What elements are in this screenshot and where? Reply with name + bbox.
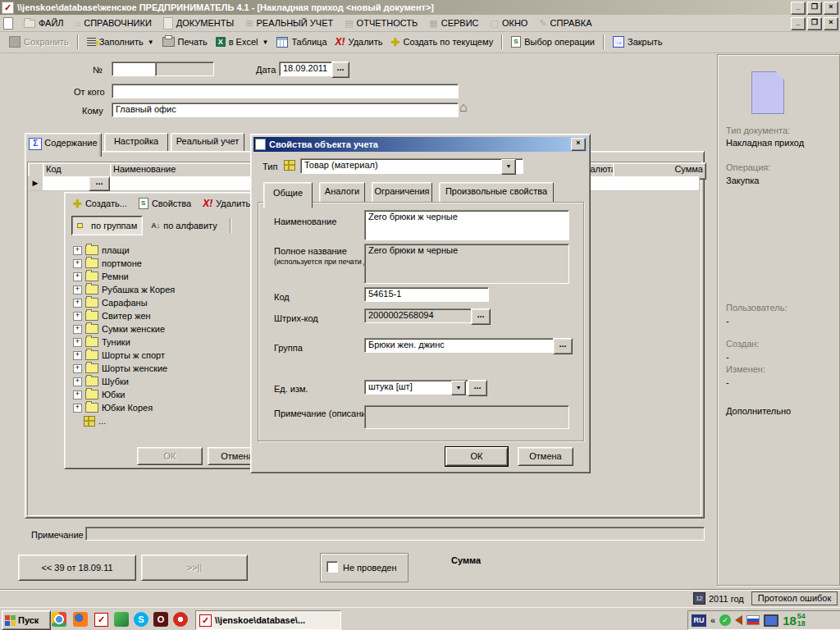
active-task-button[interactable]: ✓ \\jenskoe\database\... (195, 610, 341, 630)
app-checkbox-quicklaunch-icon[interactable]: ✓ (94, 613, 108, 627)
tree-item[interactable]: +Свитер жен (73, 309, 253, 322)
tray-collapse-arrow[interactable]: « (710, 615, 715, 625)
not-posted-checkbox[interactable] (326, 561, 338, 573)
tree-item[interactable]: +Юбки (73, 388, 253, 401)
group-input[interactable]: Брюки жен. джинс (364, 338, 555, 353)
next-doc-button[interactable]: >>|| (141, 555, 248, 581)
restore-button[interactable]: ❐ (807, 2, 822, 15)
tree-item[interactable]: +Ремни (73, 270, 253, 283)
language-indicator[interactable]: RU (692, 614, 706, 627)
number-input[interactable] (112, 62, 161, 76)
tree-item[interactable]: +Юбки Корея (73, 401, 253, 414)
operation-select-button[interactable]: Выбор операции (507, 34, 599, 50)
delete-button[interactable]: X!Удалить (331, 34, 387, 50)
expand-icon[interactable]: + (73, 338, 82, 347)
dialog-tab-analogs[interactable]: Аналоги (319, 182, 365, 203)
menu-documents[interactable]: ДОКУМЕНТЫ (158, 15, 240, 31)
network-display-icon[interactable] (764, 614, 778, 627)
tree-item[interactable]: +Шорты ж спорт (73, 349, 253, 362)
group-lookup-button[interactable]: ... (553, 338, 573, 354)
dialog-cancel-button[interactable]: Отмена (518, 447, 573, 466)
expand-icon[interactable]: + (73, 259, 82, 268)
table-button[interactable]: Таблица (272, 34, 331, 50)
volume-icon[interactable] (735, 615, 742, 625)
tree-item[interactable]: +портмоне (73, 257, 253, 270)
child-restore-button[interactable]: ❐ (807, 17, 822, 30)
menu-file[interactable]: ФАЙЛ (18, 15, 70, 31)
child-minimize-button[interactable]: _ (791, 17, 806, 30)
barcode-lookup-button[interactable]: ... (471, 308, 491, 325)
panel-ok-button[interactable]: ОК (137, 447, 203, 465)
number-suffix-input[interactable] (155, 62, 214, 76)
fill-dropdown-arrow[interactable]: ▼ (148, 39, 154, 46)
tree-item[interactable]: +Шубки (73, 375, 253, 388)
menu-references[interactable]: ⌂СПРАВОЧНИКИ (70, 15, 158, 31)
date-picker-button[interactable]: ... (331, 62, 349, 78)
expand-icon[interactable]: + (73, 404, 82, 413)
tab-settings[interactable]: Настройка (104, 133, 168, 153)
language-flag-icon[interactable] (746, 615, 760, 625)
by-groups-button[interactable]: по группам (71, 216, 143, 235)
grid-cell-code[interactable]: ... (43, 176, 111, 191)
expand-icon[interactable]: + (73, 246, 82, 255)
additional-link[interactable]: Дополнительно (726, 406, 791, 416)
close-doc-button[interactable]: →Закрыть (609, 34, 666, 50)
menu-window[interactable]: ▢ОКНО (485, 15, 534, 31)
close-button[interactable]: × (824, 2, 838, 15)
expand-icon[interactable]: + (73, 351, 82, 360)
home-button-icon[interactable]: ⌂ (459, 100, 468, 115)
note-input[interactable] (85, 527, 705, 541)
unit-lookup-button[interactable]: ... (468, 380, 487, 396)
unit-combo-arrow[interactable]: ▼ (451, 381, 466, 395)
firefox-icon[interactable] (73, 612, 88, 627)
browser-app-icon[interactable] (173, 612, 188, 627)
date-input[interactable]: 18.09.2011 (279, 62, 333, 76)
dialog-tab-general[interactable]: Общие (263, 182, 313, 208)
error-log-button[interactable]: Протокол ошибок (751, 591, 838, 605)
chrome-icon[interactable] (52, 612, 66, 627)
grid-cell-sum[interactable] (613, 176, 700, 191)
row-selector[interactable]: ▶ (28, 176, 43, 191)
code-lookup-button[interactable]: ... (89, 176, 110, 191)
tree-item[interactable]: +Туники (73, 336, 253, 349)
by-alpha-button[interactable]: А↓ по алфавиту (148, 221, 220, 231)
tree-item[interactable]: +Шорты женские (73, 362, 253, 375)
child-window-icon[interactable] (3, 17, 13, 30)
tab-content[interactable]: ΣСодержание (25, 133, 102, 157)
expand-icon[interactable]: + (73, 377, 82, 386)
fill-button[interactable]: Заполнить▼ (83, 34, 158, 49)
child-close-button[interactable]: × (824, 17, 838, 30)
expand-icon[interactable]: + (73, 272, 82, 281)
tree-item[interactable]: +Сарафаны (73, 296, 253, 309)
tree-item[interactable]: +Сумки женские (73, 322, 253, 336)
excel-dropdown-arrow[interactable]: ▼ (262, 39, 268, 46)
menu-real-account[interactable]: ⊞РЕАЛЬНЫЙ УЧЕТ (240, 15, 339, 31)
tree-props-button[interactable]: Свойства (139, 198, 191, 209)
tree-item[interactable]: +Рубашка ж Корея (73, 283, 253, 296)
tree-item[interactable]: +плащи (73, 244, 253, 257)
skype-icon[interactable]: S (134, 612, 148, 627)
type-combo-arrow[interactable]: ▼ (501, 159, 516, 175)
full-name-input[interactable]: Zero брюки м черные (364, 244, 569, 284)
dialog-close-button[interactable]: × (571, 138, 586, 151)
media-app-icon[interactable]: O (153, 612, 168, 627)
tree-item-more[interactable]: ... (73, 414, 253, 427)
expand-icon[interactable]: + (73, 390, 82, 399)
create-by-current-button[interactable]: ✚Создать по текущему (387, 34, 498, 49)
to-input[interactable]: Главный офис (112, 103, 459, 117)
expand-icon[interactable]: + (73, 325, 82, 334)
print-button[interactable]: Печать (158, 34, 212, 49)
code-input[interactable]: 54615-1 (364, 287, 489, 302)
expand-icon[interactable]: + (73, 285, 82, 294)
menu-reports[interactable]: ▤ОТЧЕТНОСТЬ (339, 15, 423, 31)
tree-delete-button[interactable]: X!Удалить (203, 198, 250, 209)
barcode-input[interactable]: 2000002568094 (364, 308, 472, 323)
dialog-tab-custom[interactable]: Произвольные свойства (439, 182, 554, 203)
expand-icon[interactable]: + (73, 364, 82, 373)
expand-icon[interactable]: + (73, 299, 82, 308)
prev-doc-button[interactable]: << 39 от 18.09.11 (18, 555, 136, 581)
start-button[interactable]: Пуск (2, 610, 51, 630)
tree-create-button[interactable]: ✚Создать... (73, 199, 127, 208)
menu-service[interactable]: ▦СЕРВИС (423, 15, 484, 31)
antivirus-icon[interactable]: ✓ (719, 614, 731, 626)
